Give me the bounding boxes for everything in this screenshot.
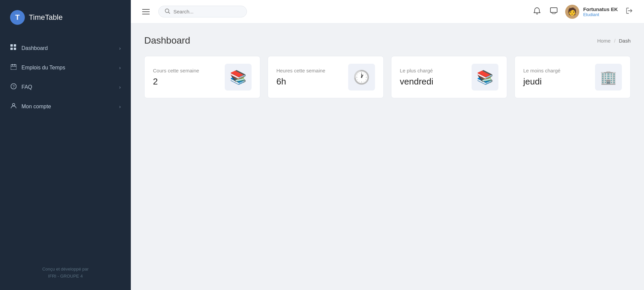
books2-icon: 📚	[477, 69, 493, 85]
card-moins-charge: Le moins chargé jeudi 🏢	[515, 56, 631, 98]
card-cours-value: 2	[153, 76, 199, 87]
message-button[interactable]	[548, 6, 559, 17]
header: 🧑 Fortunatus EK Etudiant	[131, 0, 644, 23]
page-title: Dashboard	[144, 35, 190, 46]
svg-rect-4	[11, 65, 16, 70]
svg-rect-1	[14, 44, 16, 47]
svg-rect-16	[550, 8, 557, 12]
card-cours-label: Cours cette semaine	[153, 67, 199, 74]
logout-button[interactable]	[624, 5, 635, 18]
avatar: 🧑	[565, 5, 579, 19]
sidebar-logo: T TimeTable	[0, 0, 131, 33]
search-icon	[165, 8, 170, 15]
chevron-right-icon: ›	[119, 104, 121, 109]
card-moins-charge-icon-box: 🏢	[595, 64, 622, 91]
card-cours-icon-box: 📚	[225, 64, 252, 91]
card-plus-charge: Le plus chargé vendredi 📚	[391, 56, 507, 98]
user-role: Etudiant	[583, 12, 618, 17]
sidebar-item-compte[interactable]: Mon compte ›	[0, 97, 131, 116]
books-icon: 📚	[230, 69, 247, 85]
svg-rect-2	[10, 48, 13, 50]
card-plus-charge-icon-box: 📚	[472, 64, 498, 91]
main-area: 🧑 Fortunatus EK Etudiant Dashboard Home	[131, 0, 644, 290]
page-header: Dashboard Home / Dash	[144, 35, 631, 46]
card-heures-label: Heures cette semaine	[276, 67, 325, 74]
sidebar-nav: Dashboard › Emplois du Temps ›	[0, 38, 131, 116]
user-profile[interactable]: 🧑 Fortunatus EK Etudiant	[565, 5, 618, 19]
search-bar	[158, 6, 247, 17]
faq-icon: ?	[10, 83, 17, 91]
building-icon: 🏢	[600, 69, 617, 85]
sidebar-item-label-compte: Mon compte	[21, 104, 51, 110]
card-moins-charge-label: Le moins chargé	[523, 67, 560, 74]
sidebar-item-label-faq: FAQ	[21, 84, 32, 90]
sidebar-item-faq[interactable]: ? FAQ ›	[0, 77, 131, 97]
card-heures-value: 6h	[276, 76, 325, 87]
account-icon	[10, 103, 17, 110]
clock-icon: 🕐	[353, 69, 370, 85]
sidebar-footer: Conçu et développé par IFRI - GROUPE 4	[0, 256, 131, 290]
svg-rect-17	[550, 8, 557, 12]
card-cours: Cours cette semaine 2 📚	[144, 56, 260, 98]
svg-rect-3	[14, 48, 16, 50]
svg-point-10	[12, 104, 15, 106]
sidebar-item-emplois[interactable]: Emplois du Temps ›	[0, 58, 131, 77]
user-name: Fortunatus EK	[583, 6, 618, 12]
content-area: Dashboard Home / Dash Cours cette semain…	[131, 23, 644, 290]
calendar-icon	[10, 64, 17, 71]
card-moins-charge-value: jeudi	[523, 76, 560, 87]
card-heures: Heures cette semaine 6h 🕐	[268, 56, 384, 98]
sidebar-item-label-emplois: Emplois du Temps	[21, 65, 65, 71]
svg-line-15	[168, 12, 170, 13]
breadcrumb: Home / Dash	[597, 38, 631, 44]
dashboard-icon	[10, 44, 17, 52]
chevron-right-icon: ›	[119, 65, 121, 70]
hamburger-button[interactable]	[140, 7, 152, 17]
svg-text:?: ?	[12, 84, 14, 89]
sidebar-item-label-dashboard: Dashboard	[21, 45, 48, 51]
breadcrumb-current: Dash	[619, 38, 631, 44]
breadcrumb-home[interactable]: Home	[597, 38, 610, 44]
header-right: 🧑 Fortunatus EK Etudiant	[532, 5, 635, 19]
sidebar: T TimeTable Dashboard ›	[0, 0, 131, 290]
card-plus-charge-value: vendredi	[400, 76, 433, 87]
card-heures-icon-box: 🕐	[348, 64, 375, 91]
chevron-right-icon: ›	[119, 84, 121, 90]
logo-icon: T	[10, 10, 25, 25]
chevron-right-icon: ›	[119, 46, 121, 51]
breadcrumb-separator: /	[614, 38, 615, 44]
sidebar-item-dashboard[interactable]: Dashboard ›	[0, 38, 131, 58]
notification-button[interactable]	[532, 5, 542, 18]
app-name: TimeTable	[29, 13, 63, 22]
search-input[interactable]	[173, 9, 240, 14]
svg-rect-0	[10, 44, 13, 47]
card-plus-charge-label: Le plus chargé	[400, 67, 433, 74]
cards-row: Cours cette semaine 2 📚 Heures cette sem…	[144, 56, 631, 98]
